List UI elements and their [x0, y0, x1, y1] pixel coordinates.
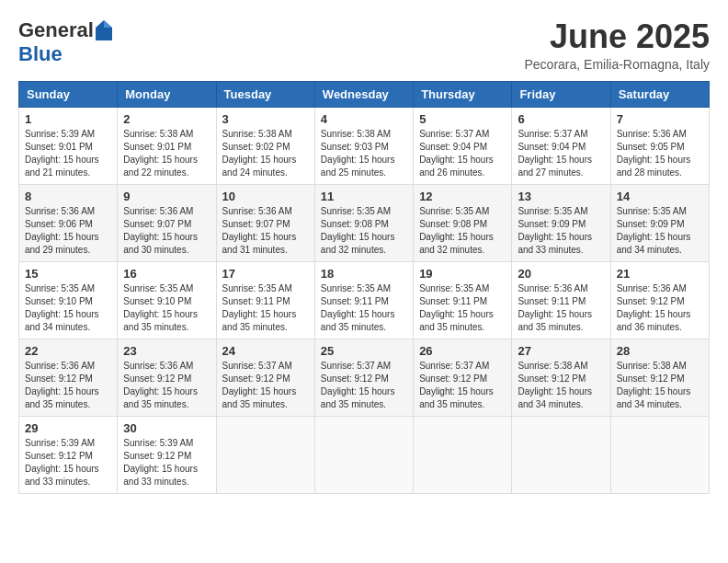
day-number: 15: [25, 267, 111, 281]
day-info: Sunrise: 5:36 AM Sunset: 9:12 PM Dayligh…: [617, 282, 703, 334]
calendar-row-5: 29 Sunrise: 5:39 AM Sunset: 9:12 PM Dayl…: [19, 416, 710, 493]
day-number: 13: [518, 190, 604, 203]
day-number: 20: [518, 267, 604, 281]
calendar-cell: 11 Sunrise: 5:35 AM Sunset: 9:08 PM Dayl…: [314, 184, 413, 261]
calendar-cell: 29 Sunrise: 5:39 AM Sunset: 9:12 PM Dayl…: [19, 416, 118, 493]
calendar-cell: 4 Sunrise: 5:38 AM Sunset: 9:03 PM Dayli…: [314, 107, 413, 184]
calendar-cell: [314, 416, 413, 493]
logo: General Blue: [18, 18, 112, 66]
day-info: Sunrise: 5:35 AM Sunset: 9:11 PM Dayligh…: [321, 282, 407, 334]
day-info: Sunrise: 5:36 AM Sunset: 9:06 PM Dayligh…: [25, 205, 111, 257]
day-number: 14: [617, 190, 703, 203]
header-row: Sunday Monday Tuesday Wednesday Thursday…: [19, 81, 710, 107]
header-monday: Monday: [118, 81, 216, 107]
day-info: Sunrise: 5:39 AM Sunset: 9:12 PM Dayligh…: [123, 437, 210, 488]
location-title: Pecorara, Emilia-Romagna, Italy: [524, 57, 710, 72]
calendar-cell: 25 Sunrise: 5:37 AM Sunset: 9:12 PM Dayl…: [314, 339, 413, 416]
day-info: Sunrise: 5:37 AM Sunset: 9:12 PM Dayligh…: [321, 360, 407, 411]
day-info: Sunrise: 5:38 AM Sunset: 9:12 PM Dayligh…: [518, 360, 604, 411]
calendar-table: Sunday Monday Tuesday Wednesday Thursday…: [18, 81, 710, 494]
calendar-cell: 15 Sunrise: 5:35 AM Sunset: 9:10 PM Dayl…: [19, 261, 118, 339]
calendar-cell: 17 Sunrise: 5:35 AM Sunset: 9:11 PM Dayl…: [216, 261, 314, 339]
calendar-cell: 26 Sunrise: 5:37 AM Sunset: 9:12 PM Dayl…: [414, 339, 512, 416]
calendar-cell: 22 Sunrise: 5:36 AM Sunset: 9:12 PM Dayl…: [19, 339, 118, 416]
calendar-cell: [414, 416, 512, 493]
header-sunday: Sunday: [19, 81, 118, 107]
calendar-cell: 7 Sunrise: 5:36 AM Sunset: 9:05 PM Dayli…: [610, 107, 709, 184]
day-number: 22: [25, 344, 111, 358]
month-title: June 2025: [524, 18, 710, 55]
day-info: Sunrise: 5:35 AM Sunset: 9:10 PM Dayligh…: [25, 282, 111, 334]
day-info: Sunrise: 5:35 AM Sunset: 9:08 PM Dayligh…: [419, 205, 506, 257]
day-info: Sunrise: 5:38 AM Sunset: 9:12 PM Dayligh…: [617, 360, 703, 411]
calendar-cell: 1 Sunrise: 5:39 AM Sunset: 9:01 PM Dayli…: [19, 107, 118, 184]
day-number: 25: [321, 344, 407, 358]
day-info: Sunrise: 5:37 AM Sunset: 9:04 PM Dayligh…: [419, 128, 506, 179]
day-number: 27: [518, 344, 604, 358]
calendar-cell: 18 Sunrise: 5:35 AM Sunset: 9:11 PM Dayl…: [314, 261, 413, 339]
day-number: 2: [123, 112, 210, 126]
header-thursday: Thursday: [414, 81, 512, 107]
header-saturday: Saturday: [610, 81, 709, 107]
day-number: 8: [25, 190, 111, 203]
logo-general-text: General: [18, 18, 94, 42]
title-area: June 2025 Pecorara, Emilia-Romagna, Ital…: [524, 18, 710, 72]
day-info: Sunrise: 5:36 AM Sunset: 9:12 PM Dayligh…: [25, 360, 111, 411]
day-number: 18: [321, 267, 407, 281]
header-wednesday: Wednesday: [314, 81, 413, 107]
header-friday: Friday: [512, 81, 610, 107]
day-info: Sunrise: 5:36 AM Sunset: 9:07 PM Dayligh…: [123, 205, 210, 257]
day-info: Sunrise: 5:35 AM Sunset: 9:11 PM Dayligh…: [222, 282, 309, 334]
calendar-row-4: 22 Sunrise: 5:36 AM Sunset: 9:12 PM Dayl…: [19, 339, 710, 416]
day-info: Sunrise: 5:39 AM Sunset: 9:12 PM Dayligh…: [25, 437, 111, 488]
calendar-cell: 24 Sunrise: 5:37 AM Sunset: 9:12 PM Dayl…: [216, 339, 314, 416]
calendar-cell: 3 Sunrise: 5:38 AM Sunset: 9:02 PM Dayli…: [216, 107, 314, 184]
day-info: Sunrise: 5:38 AM Sunset: 9:02 PM Dayligh…: [222, 128, 309, 179]
day-number: 30: [123, 421, 210, 435]
calendar-cell: 5 Sunrise: 5:37 AM Sunset: 9:04 PM Dayli…: [414, 107, 512, 184]
calendar-cell: 16 Sunrise: 5:35 AM Sunset: 9:10 PM Dayl…: [118, 261, 216, 339]
day-info: Sunrise: 5:38 AM Sunset: 9:01 PM Dayligh…: [123, 128, 210, 179]
day-info: Sunrise: 5:35 AM Sunset: 9:08 PM Dayligh…: [321, 205, 407, 257]
calendar-cell: 2 Sunrise: 5:38 AM Sunset: 9:01 PM Dayli…: [118, 107, 216, 184]
day-info: Sunrise: 5:39 AM Sunset: 9:01 PM Dayligh…: [25, 128, 111, 179]
day-number: 17: [222, 267, 309, 281]
day-info: Sunrise: 5:36 AM Sunset: 9:07 PM Dayligh…: [222, 205, 309, 257]
calendar-cell: 14 Sunrise: 5:35 AM Sunset: 9:09 PM Dayl…: [610, 184, 709, 261]
day-info: Sunrise: 5:37 AM Sunset: 9:12 PM Dayligh…: [419, 360, 506, 411]
day-info: Sunrise: 5:35 AM Sunset: 9:10 PM Dayligh…: [123, 282, 210, 334]
calendar-cell: [512, 416, 610, 493]
calendar-cell: 27 Sunrise: 5:38 AM Sunset: 9:12 PM Dayl…: [512, 339, 610, 416]
day-info: Sunrise: 5:37 AM Sunset: 9:12 PM Dayligh…: [222, 360, 309, 411]
calendar-cell: 20 Sunrise: 5:36 AM Sunset: 9:11 PM Dayl…: [512, 261, 610, 339]
page-header: General Blue June 2025 Pecorara, Emilia-…: [18, 18, 710, 72]
calendar-row-3: 15 Sunrise: 5:35 AM Sunset: 9:10 PM Dayl…: [19, 261, 710, 339]
day-number: 16: [123, 267, 210, 281]
day-info: Sunrise: 5:38 AM Sunset: 9:03 PM Dayligh…: [321, 128, 407, 179]
day-number: 4: [321, 112, 407, 126]
svg-marker-1: [104, 20, 112, 28]
day-info: Sunrise: 5:35 AM Sunset: 9:11 PM Dayligh…: [419, 282, 506, 334]
calendar-cell: 30 Sunrise: 5:39 AM Sunset: 9:12 PM Dayl…: [118, 416, 216, 493]
day-number: 11: [321, 190, 407, 203]
day-number: 3: [222, 112, 309, 126]
day-number: 9: [123, 190, 210, 203]
day-number: 23: [123, 344, 210, 358]
day-info: Sunrise: 5:36 AM Sunset: 9:11 PM Dayligh…: [518, 282, 604, 334]
day-info: Sunrise: 5:35 AM Sunset: 9:09 PM Dayligh…: [617, 205, 703, 257]
day-number: 7: [617, 112, 703, 126]
logo-blue-text: Blue: [18, 42, 63, 66]
calendar-cell: 13 Sunrise: 5:35 AM Sunset: 9:09 PM Dayl…: [512, 184, 610, 261]
header-tuesday: Tuesday: [216, 81, 314, 107]
calendar-cell: 9 Sunrise: 5:36 AM Sunset: 9:07 PM Dayli…: [118, 184, 216, 261]
calendar-cell: 19 Sunrise: 5:35 AM Sunset: 9:11 PM Dayl…: [414, 261, 512, 339]
calendar-row-2: 8 Sunrise: 5:36 AM Sunset: 9:06 PM Dayli…: [19, 184, 710, 261]
day-number: 24: [222, 344, 309, 358]
calendar-cell: 6 Sunrise: 5:37 AM Sunset: 9:04 PM Dayli…: [512, 107, 610, 184]
calendar-row-1: 1 Sunrise: 5:39 AM Sunset: 9:01 PM Dayli…: [19, 107, 710, 184]
day-number: 6: [518, 112, 604, 126]
day-number: 29: [25, 421, 111, 435]
day-number: 5: [419, 112, 506, 126]
day-number: 21: [617, 267, 703, 281]
day-number: 26: [419, 344, 506, 358]
